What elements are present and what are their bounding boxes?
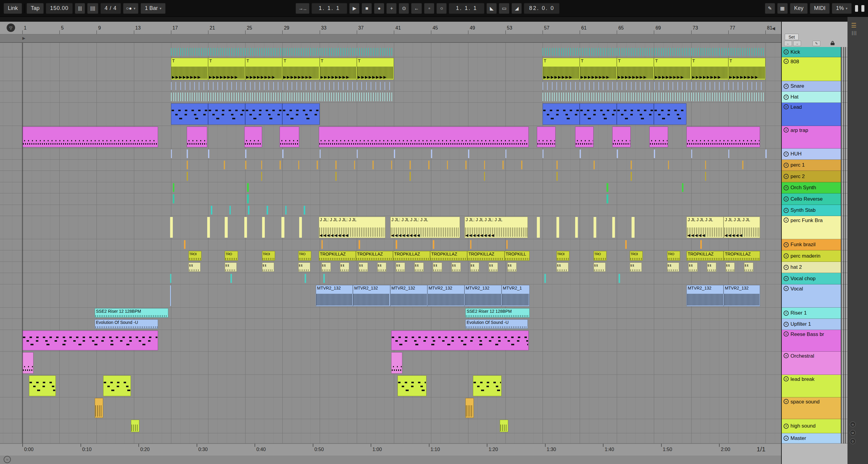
audio-clip[interactable]: MTVR2_132 [390,285,427,306]
midi-clip[interactable] [654,103,686,125]
track-header[interactable]: ▾Riser 1 [782,308,847,319]
audio-clip[interactable]: T▶▶▶▶▶▶▶▶ [208,58,245,80]
link-button[interactable]: Link [4,3,22,14]
track-lane[interactable]: MTVR2_132MTVR2_132MTVR2_132MTVR2_132MTVR… [0,285,781,308]
small-clip[interactable] [465,161,467,169]
audio-clip[interactable]: lt lt [321,262,331,272]
audio-clip[interactable]: MTVR2_132 [316,285,353,306]
audio-clip[interactable]: T▶▶▶▶▶▶▶▶ [617,58,654,80]
midi-clip[interactable] [473,375,501,396]
io-toggle-button[interactable]: io [850,422,856,427]
track-fold-icon[interactable]: ▾ [783,163,789,168]
audio-clip[interactable]: lt lt [225,262,237,272]
time-ruler[interactable]: 1/1 0:000:100:200:300:400:501:001:101:20… [0,443,781,456]
audio-clip[interactable]: lt lt [726,262,735,272]
small-clip[interactable] [335,172,337,181]
audio-clip[interactable]: J JL J JL J JL◀◀◀◀◀ [686,217,723,238]
audio-clip[interactable]: TRO [298,251,311,261]
audio-transients[interactable] [542,93,766,101]
audio-clip[interactable]: TROI [188,251,202,261]
small-clip[interactable] [691,150,692,158]
track-header[interactable]: ▾perc Funk Bra [782,216,847,239]
midi-clip[interactable] [542,103,580,125]
computer-midi-keyboard-button[interactable]: ▦ [777,3,788,14]
audio-clip[interactable]: T▶▶▶▶▶▶▶▶ [245,58,282,80]
track-fold-icon[interactable]: ▾ [783,376,789,382]
punch-out-button[interactable]: ◢ [512,3,522,14]
small-clip[interactable] [556,217,559,238]
track-header[interactable]: ▾Orchestral [782,352,847,375]
small-clip[interactable] [354,161,355,169]
small-clip[interactable] [248,206,249,214]
audio-clip[interactable]: MTVR2_132 [353,285,390,306]
small-clip[interactable] [357,150,358,158]
audio-clip[interactable]: TROPKILLAZ [723,251,760,261]
small-clip[interactable] [631,161,632,169]
track-header[interactable]: ▾Funk brazil [782,239,847,251]
small-clip[interactable] [261,161,262,169]
track-lane[interactable] [0,92,781,103]
small-clip[interactable] [612,217,615,238]
audio-clip[interactable]: MTVR2_132 [723,285,760,306]
track-fold-icon[interactable]: ▾ [783,95,789,100]
track-lane[interactable] [0,81,781,92]
small-clip[interactable] [617,150,618,158]
midi-clip[interactable] [575,127,594,147]
session-record-button[interactable]: ▫ [424,3,434,14]
small-clip[interactable] [280,161,281,169]
small-clip[interactable] [428,161,430,169]
small-clip[interactable] [207,217,210,238]
small-clip[interactable] [505,150,507,158]
audio-clip[interactable]: lt lt [489,262,498,272]
small-clip[interactable] [281,217,284,238]
draw-automation-button[interactable]: ✎ [812,41,820,46]
midi-clip[interactable] [103,375,131,396]
track-lane[interactable]: Evolution Of Sound -UEvolution Of Sound … [0,319,781,330]
small-clip[interactable] [262,217,265,238]
follow-button[interactable]: →‥ [296,3,310,14]
small-clip[interactable] [631,172,632,181]
track-lane[interactable] [0,375,781,397]
small-clip[interactable] [545,274,546,283]
small-clip[interactable] [187,172,188,181]
back-to-arrangement-button[interactable]: ← [411,3,422,14]
audio-clip[interactable]: MTVR2_132 [427,285,464,306]
small-clip[interactable] [468,150,469,158]
midi-clip[interactable] [686,127,760,147]
key-map-button[interactable]: Key [790,3,808,14]
midi-clip[interactable] [391,352,402,374]
small-clip[interactable] [224,161,225,169]
track-fold-icon[interactable]: ▾ [783,59,789,64]
draw-mode-button[interactable]: ✎ [765,3,775,14]
midi-clip[interactable] [319,127,529,147]
track-fold-icon[interactable]: ▾ [783,152,789,157]
track-header[interactable]: ▾Upfilter 1 [782,319,847,330]
audio-transients[interactable] [542,82,766,90]
midi-clip[interactable] [537,127,556,147]
track-lane[interactable] [0,433,781,443]
small-clip[interactable] [728,150,730,158]
delay-section-toggle-button[interactable]: D [850,438,856,444]
track-lane[interactable] [0,397,781,419]
audio-clip[interactable]: T▶▶▶▶▶▶▶▶ [282,58,319,80]
audio-clip[interactable] [500,420,508,432]
audio-clip[interactable]: lt lt [470,262,479,272]
audio-clip[interactable]: lt lt [396,262,405,272]
audio-clip[interactable]: lt lt [359,262,368,272]
track-header[interactable]: ▾Hat [782,92,847,103]
audio-clip[interactable]: J JL: J JL J JL: J JL◀◀◀◀◀◀◀◀ [464,217,527,238]
audio-clip[interactable]: TROI [262,251,275,261]
small-clip[interactable] [282,150,283,158]
small-clip[interactable] [225,217,227,238]
midi-clip[interactable] [245,103,282,125]
audio-clip[interactable]: TROPKILLAZ [319,251,356,261]
small-clip[interactable] [470,240,472,249]
small-clip[interactable] [394,150,395,158]
small-clip[interactable] [409,172,411,181]
small-clip[interactable] [409,161,411,169]
small-clip[interactable] [484,161,485,169]
audio-clip[interactable] [95,398,103,418]
small-clip[interactable] [396,240,397,249]
track-lane[interactable] [0,126,781,148]
audio-clip[interactable]: lt lt [507,262,517,272]
